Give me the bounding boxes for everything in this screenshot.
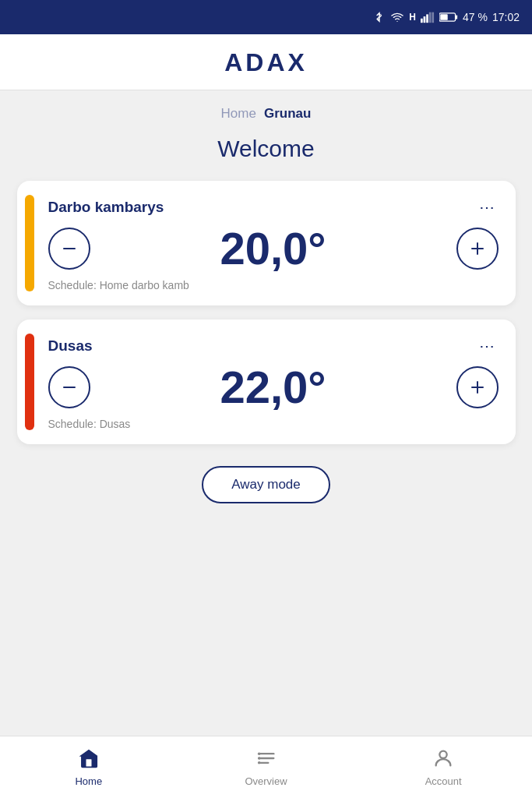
card-header-row-darbo: Darbo kambarys ⋯ (48, 195, 499, 220)
bottom-nav: Home Overview Account (0, 736, 532, 798)
room-card-dusas: Dusas ⋯ 22,0° Schedule: Dusas (17, 320, 516, 444)
welcome-title: Welcome (217, 136, 314, 162)
signal-bars-icon (421, 11, 435, 23)
svg-rect-3 (429, 12, 432, 23)
svg-rect-14 (86, 759, 91, 766)
card-body-dusas: Dusas ⋯ 22,0° Schedule: Dusas (48, 334, 499, 430)
svg-rect-0 (421, 19, 423, 23)
nav-item-overview[interactable]: Overview (178, 747, 355, 787)
away-mode-container: Away mode (202, 466, 330, 503)
room-name-darbo: Darbo kambarys (48, 199, 164, 216)
account-icon (432, 747, 454, 772)
nav-item-home[interactable]: Home (0, 747, 178, 787)
time-display: 17:02 (492, 11, 520, 23)
more-options-darbo[interactable]: ⋯ (476, 195, 499, 220)
breadcrumb-home[interactable]: Home (221, 106, 256, 122)
breadcrumb: Home Grunau (221, 106, 312, 122)
svg-point-18 (257, 752, 260, 755)
temperature-dusas: 22,0° (90, 365, 456, 410)
battery-percent: 47 % (463, 11, 488, 23)
nav-item-account[interactable]: Account (354, 747, 532, 787)
breadcrumb-current[interactable]: Grunau (264, 106, 311, 122)
svg-point-20 (257, 761, 260, 764)
svg-rect-7 (440, 14, 447, 20)
home-icon (78, 747, 100, 772)
svg-point-21 (440, 751, 447, 758)
wifi-icon (390, 11, 404, 23)
nav-label-overview: Overview (245, 775, 287, 787)
app-logo: ADAX (224, 48, 308, 77)
bluetooth-icon (373, 11, 386, 23)
card-stripe-orange (25, 334, 34, 430)
increase-temp-darbo[interactable] (456, 228, 499, 270)
svg-rect-4 (432, 12, 434, 23)
status-bar: H 47 % 17:02 (0, 0, 532, 34)
battery-icon (439, 12, 458, 23)
room-card-darbo: Darbo kambarys ⋯ 20,0° Schedule: Home (17, 181, 516, 305)
more-options-dusas[interactable]: ⋯ (476, 334, 499, 358)
card-controls-dusas: 22,0° (48, 365, 499, 410)
card-body-darbo: Darbo kambarys ⋯ 20,0° Schedule: Home (48, 195, 499, 291)
svg-rect-2 (426, 14, 428, 23)
card-controls-darbo: 20,0° (48, 226, 499, 271)
signal-h-icon: H (409, 12, 416, 23)
status-icons: H 47 % 17:02 (373, 11, 520, 23)
main-content: Home Grunau Welcome Darbo kambarys ⋯ 20,… (0, 90, 532, 736)
svg-rect-6 (456, 15, 457, 19)
decrease-temp-dusas[interactable] (48, 366, 90, 408)
decrease-temp-darbo[interactable] (48, 228, 90, 270)
app-header: ADAX (0, 34, 532, 90)
temperature-darbo: 20,0° (90, 226, 456, 271)
card-stripe-yellow (25, 195, 34, 291)
increase-temp-dusas[interactable] (456, 366, 499, 408)
schedule-darbo: Schedule: Home darbo kamb (48, 279, 499, 291)
room-name-dusas: Dusas (48, 337, 93, 355)
schedule-dusas: Schedule: Dusas (48, 418, 499, 430)
away-mode-button[interactable]: Away mode (202, 466, 330, 503)
svg-point-19 (257, 757, 260, 760)
nav-label-account: Account (425, 775, 462, 787)
card-header-row-dusas: Dusas ⋯ (48, 334, 499, 358)
svg-rect-1 (424, 16, 426, 23)
overview-icon (255, 747, 277, 772)
nav-label-home: Home (75, 775, 102, 787)
